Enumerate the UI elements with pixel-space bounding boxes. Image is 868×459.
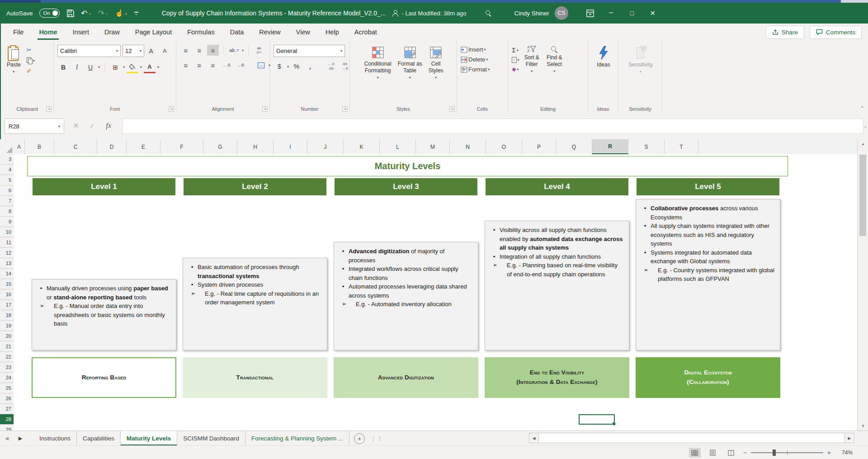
column-header-N[interactable]: N xyxy=(450,139,486,154)
zoom-in-button[interactable]: + xyxy=(827,449,831,456)
collapse-ribbon-button[interactable]: ⌃ xyxy=(860,105,864,111)
column-header-I[interactable]: I xyxy=(274,139,307,154)
level-1-header[interactable]: Level 1 xyxy=(33,178,175,195)
underline-button[interactable]: U xyxy=(85,62,96,73)
expand-formula-bar-icon[interactable]: ⌄ xyxy=(863,124,867,128)
horizontal-scrollbar[interactable]: ◀ ▶ xyxy=(529,433,854,443)
level-4-header[interactable]: Level 4 xyxy=(486,178,628,195)
maturity-category-digital-ecosystem[interactable]: Digital Ecosystem (Collaboration) xyxy=(636,357,780,398)
level-2-header[interactable]: Level 2 xyxy=(184,178,326,195)
level-2-description-box[interactable]: •Basic automation of processes through t… xyxy=(183,258,327,350)
row-header-21[interactable]: 21 xyxy=(0,341,14,352)
normal-view-button[interactable] xyxy=(689,448,701,458)
row-header-18[interactable]: 18 xyxy=(0,310,14,321)
row-header-14[interactable]: 14 xyxy=(0,269,14,279)
scroll-up-arrow-icon[interactable]: ▲ xyxy=(858,139,868,148)
minimize-button[interactable]: − xyxy=(601,3,622,24)
font-color-button[interactable]: A xyxy=(144,61,156,73)
row-header-26[interactable]: 26 xyxy=(0,393,14,404)
clipboard-dialog-launcher[interactable]: ↘ xyxy=(46,106,52,112)
row-header-17[interactable]: 17 xyxy=(0,300,14,310)
vertical-scroll-thumb[interactable] xyxy=(859,155,866,236)
cut-button[interactable]: ✂ xyxy=(27,47,35,53)
row-header-8[interactable]: 8 xyxy=(0,206,14,217)
autosum-button[interactable]: Σ▾ xyxy=(512,47,519,54)
row-header-3[interactable]: 3 xyxy=(0,154,14,165)
avatar[interactable]: CS xyxy=(555,6,568,20)
zoom-slider-track[interactable] xyxy=(751,452,823,453)
level-1-description-box[interactable]: •Manually driven processes using paper b… xyxy=(32,279,176,350)
row-header-24[interactable]: 24 xyxy=(0,373,14,383)
ribbon-tab-view[interactable]: View xyxy=(288,24,318,41)
ribbon-display-options-button[interactable] xyxy=(580,3,601,24)
column-header-S[interactable]: S xyxy=(628,139,665,154)
column-header-F[interactable]: F xyxy=(160,139,203,154)
bold-button[interactable]: B xyxy=(57,62,69,73)
column-header-K[interactable]: K xyxy=(344,139,380,154)
touch-mouse-mode-button[interactable]: ☝⌄ xyxy=(115,9,127,17)
level-4-description-box[interactable]: •Visibility across all supply chain func… xyxy=(485,221,629,350)
level-5-description-box[interactable]: •Collaborative processes across various … xyxy=(636,199,780,350)
increase-decimal-button[interactable]: ←.0.00 xyxy=(325,61,337,72)
maturity-category-reporting-based[interactable]: Reporting Based xyxy=(32,357,176,398)
decrease-decimal-button[interactable]: .00→.0 xyxy=(339,61,350,72)
row-header-29[interactable]: 29 xyxy=(0,425,14,431)
column-header-L[interactable]: L xyxy=(380,139,416,154)
row-header-11[interactable]: 11 xyxy=(0,237,14,248)
ribbon-tab-file[interactable]: File xyxy=(5,24,31,41)
column-header-Q[interactable]: Q xyxy=(556,139,592,154)
scroll-left-arrow-icon[interactable]: ◀ xyxy=(529,433,539,443)
styles-dialog-launcher[interactable]: ↘ xyxy=(449,106,455,112)
row-header-13[interactable]: 13 xyxy=(0,258,14,269)
ribbon-tab-data[interactable]: Data xyxy=(222,24,252,41)
column-header-R[interactable]: R xyxy=(592,139,628,154)
namebox-splitter[interactable]: ⋮ xyxy=(60,123,65,129)
find-select-button[interactable]: Find & Select ▾ xyxy=(544,45,565,74)
ribbon-tab-help[interactable]: Help xyxy=(318,24,347,41)
accounting-dropdown-icon[interactable]: ▾ xyxy=(287,65,289,69)
column-header-J[interactable]: J xyxy=(307,139,344,154)
increase-font-size-button[interactable]: Aˆ xyxy=(146,46,158,57)
sheet-tab-capabilities[interactable]: Capabilities xyxy=(77,431,121,446)
zoom-slider[interactable]: − + xyxy=(743,449,831,456)
name-box[interactable]: R28 ▾ xyxy=(5,118,64,134)
column-header-G[interactable]: G xyxy=(203,139,237,154)
font-dialog-launcher[interactable]: ↘ xyxy=(169,106,174,112)
insert-cells-button[interactable]: Insert▾ xyxy=(461,46,505,53)
column-header-P[interactable]: P xyxy=(522,139,556,154)
search-icon[interactable] xyxy=(486,10,491,16)
column-header-H[interactable]: H xyxy=(237,139,274,154)
new-sheet-button[interactable]: + xyxy=(354,433,365,444)
sheet-tab-instructions[interactable]: Instructions xyxy=(33,431,77,446)
fill-color-dropdown-icon[interactable]: ▾ xyxy=(140,65,142,69)
page-layout-view-button[interactable] xyxy=(707,448,719,458)
ideas-button[interactable]: Ideas xyxy=(594,45,612,69)
user-name[interactable]: Cindy Shiner xyxy=(514,10,549,17)
column-header-O[interactable]: O xyxy=(486,139,522,154)
page-break-preview-button[interactable] xyxy=(725,448,737,458)
align-left-button[interactable]: ≡ xyxy=(180,60,192,71)
format-as-table-button[interactable]: Format as Table ▾ xyxy=(396,45,425,80)
level-5-header[interactable]: Level 5 xyxy=(637,178,779,195)
font-size-select[interactable]: 12▾ xyxy=(123,45,144,57)
paste-button[interactable]: Paste ▾ xyxy=(5,45,23,75)
column-header-E[interactable]: E xyxy=(127,139,160,154)
format-cells-button[interactable]: Format▾ xyxy=(461,66,505,73)
zoom-level[interactable]: 74% xyxy=(837,450,853,456)
fill-button[interactable]: ↓▾ xyxy=(512,57,519,63)
row-header-25[interactable]: 25 xyxy=(0,383,14,393)
row-header-19[interactable]: 19 xyxy=(0,321,14,331)
ribbon-tab-formulas[interactable]: Formulas xyxy=(179,24,222,41)
customize-quick-access-button[interactable]: ⌄ xyxy=(134,12,138,14)
row-header-15[interactable]: 15 xyxy=(0,279,14,289)
middle-align-button[interactable]: ≡ xyxy=(193,45,205,56)
number-dialog-launcher[interactable]: ↘ xyxy=(342,106,348,112)
ribbon-tab-insert[interactable]: Insert xyxy=(65,24,97,41)
row-header-28[interactable]: 28 xyxy=(0,414,14,425)
worksheet-grid[interactable]: Maturity Levels Level 1•Manually driven … xyxy=(14,154,857,431)
row-header-9[interactable]: 9 xyxy=(0,217,14,227)
orientation-dropdown-icon[interactable]: ▾ xyxy=(242,48,244,52)
select-all-corner[interactable] xyxy=(0,139,14,155)
align-right-button[interactable]: ≡ xyxy=(207,60,219,71)
wrap-text-button[interactable]: abc↩ xyxy=(253,45,265,56)
